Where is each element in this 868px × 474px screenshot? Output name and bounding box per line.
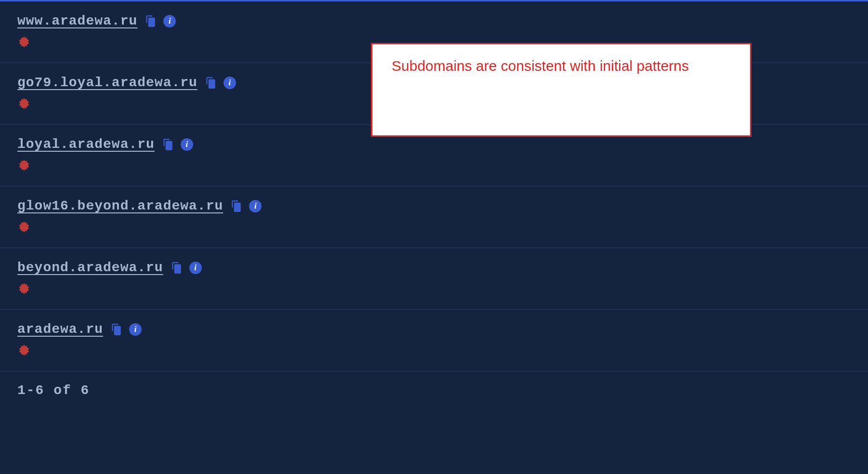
copy-icon[interactable]	[110, 323, 122, 336]
threat-icon	[17, 220, 31, 234]
annotation-text: Subdomains are consistent with initial p…	[392, 58, 689, 74]
threat-icon	[17, 343, 31, 357]
info-icon[interactable]: i	[163, 15, 176, 27]
copy-icon[interactable]	[204, 77, 217, 89]
threat-icon	[17, 35, 31, 49]
threat-icon	[17, 282, 31, 295]
domain-link[interactable]: beyond.aradewa.ru	[17, 260, 163, 275]
copy-icon[interactable]	[230, 200, 242, 212]
info-icon[interactable]: i	[129, 323, 142, 336]
list-item-header: aradewa.ru i	[17, 322, 851, 337]
list-item: beyond.aradewa.ru i	[0, 248, 868, 310]
info-icon[interactable]: i	[181, 138, 193, 151]
domain-link[interactable]: go79.loyal.aradewa.ru	[17, 75, 197, 90]
domain-link[interactable]: glow16.beyond.aradewa.ru	[17, 198, 223, 213]
list-item: aradewa.ru i	[0, 310, 868, 371]
copy-icon[interactable]	[161, 138, 174, 151]
copy-icon[interactable]	[144, 15, 157, 27]
domain-link[interactable]: aradewa.ru	[17, 322, 103, 337]
copy-icon[interactable]	[170, 262, 183, 274]
list-item-header: glow16.beyond.aradewa.ru i	[17, 198, 851, 213]
results-page: www.aradewa.ru i go79.loyal.aradewa.ru i	[0, 0, 868, 474]
threat-icon	[17, 97, 31, 110]
domain-link[interactable]: www.aradewa.ru	[17, 13, 137, 28]
list-item-header: loyal.aradewa.ru i	[17, 137, 851, 152]
domain-link[interactable]: loyal.aradewa.ru	[17, 137, 155, 152]
list-item-header: beyond.aradewa.ru i	[17, 260, 851, 275]
list-item: glow16.beyond.aradewa.ru i	[0, 186, 868, 248]
list-item-header: www.aradewa.ru i	[17, 13, 851, 28]
threat-icon	[17, 158, 31, 172]
pagination-status: 1-6 of 6	[0, 371, 868, 409]
annotation-callout: Subdomains are consistent with initial p…	[371, 43, 751, 137]
info-icon[interactable]: i	[249, 200, 262, 212]
info-icon[interactable]: i	[224, 77, 236, 89]
info-icon[interactable]: i	[189, 262, 202, 274]
